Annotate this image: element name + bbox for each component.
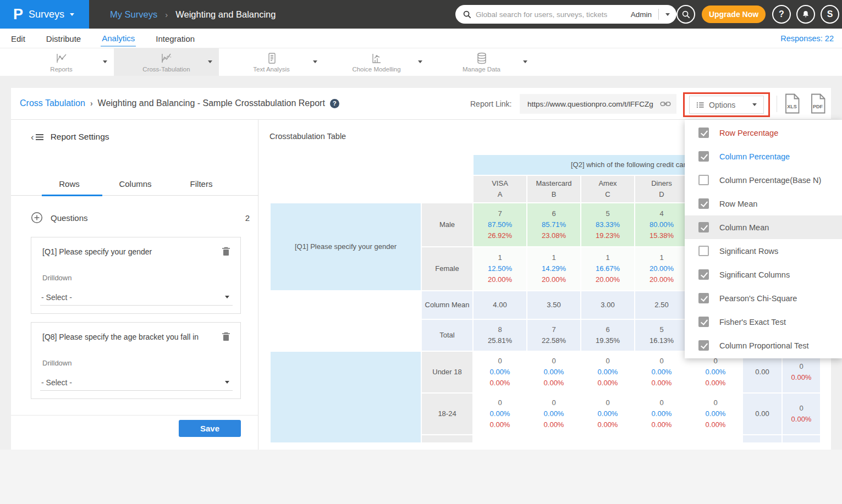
search-icon xyxy=(682,10,690,19)
chevron-down-icon xyxy=(225,296,229,298)
notifications-button[interactable] xyxy=(796,5,815,24)
option-column-percentage[interactable]: Column Percentage xyxy=(685,145,842,168)
checkbox-checked-icon[interactable] xyxy=(698,198,709,209)
checkbox-checked-icon[interactable] xyxy=(698,222,709,232)
user-avatar[interactable]: S xyxy=(821,5,839,24)
option-row-mean[interactable]: Row Mean xyxy=(685,192,842,215)
tab-rows[interactable]: Rows xyxy=(36,179,102,189)
report-url[interactable]: https://www.questionpro.com/t/lFFCZg xyxy=(527,100,656,108)
table-cell xyxy=(635,435,688,442)
question-cell: [Q1] Please specify your gender xyxy=(271,203,421,290)
export-xls-button[interactable]: XLS xyxy=(784,93,800,116)
active-tab-indicator xyxy=(42,195,102,196)
options-button-label: Options xyxy=(709,101,748,109)
option-pearson-s-chi-square[interactable]: Pearson's Chi-Square xyxy=(685,286,842,310)
cross-tabulation-link[interactable]: Cross Tabulation xyxy=(20,98,85,108)
help-button[interactable]: ? xyxy=(772,5,791,24)
option-column-percentage-base-n[interactable]: Column Percentage(Base N) xyxy=(685,168,842,192)
search-input[interactable] xyxy=(476,10,626,19)
option-fisher-s-exact-test[interactable]: Fisher's Exact Test xyxy=(685,310,842,334)
option-label: Column Percentage xyxy=(719,152,790,161)
tab-integration[interactable]: Integration xyxy=(155,30,196,46)
drilldown-select[interactable]: - Select - xyxy=(40,374,233,391)
option-significant-rows[interactable]: Significant Rows xyxy=(685,239,842,263)
option-label: Significant Columns xyxy=(719,270,790,279)
toolbar-item-reports[interactable]: Reports xyxy=(9,48,114,76)
row-label-18-24: 18-24 xyxy=(422,394,472,434)
chevron-down-icon[interactable] xyxy=(665,13,670,16)
table-cell xyxy=(527,435,580,442)
add-question-button[interactable] xyxy=(31,212,43,224)
toolbar-item-label: Reports xyxy=(50,66,72,73)
questions-count: 2 xyxy=(245,213,250,223)
product-switcher[interactable]: P Surveys xyxy=(0,0,89,29)
tab-columns[interactable]: Columns xyxy=(102,179,168,189)
select-value: - Select - xyxy=(41,293,72,302)
toolbar-item-manage-data[interactable]: Manage Data xyxy=(429,48,534,76)
option-column-proportional-test[interactable]: Column Proportional Test xyxy=(685,334,842,357)
toolbar-item-label: Cross-Tabulation xyxy=(142,66,190,73)
chevron-down-icon[interactable] xyxy=(208,60,212,63)
trash-icon[interactable] xyxy=(222,246,230,258)
row-label-column-mean: Column Mean xyxy=(422,291,472,319)
chevron-down-icon[interactable] xyxy=(103,60,107,63)
export-pdf-button[interactable]: PDF xyxy=(810,93,826,116)
checkbox-unchecked-icon[interactable] xyxy=(698,246,709,256)
option-row-percentage[interactable]: Row Percentage xyxy=(685,121,842,145)
list-options-icon xyxy=(696,101,705,109)
checkbox-checked-icon[interactable] xyxy=(698,128,709,138)
tab-analytics[interactable]: Analytics xyxy=(101,30,136,47)
options-button[interactable]: Options xyxy=(689,96,764,114)
checkbox-checked-icon[interactable] xyxy=(698,269,709,280)
report-link-field[interactable]: https://www.questionpro.com/t/lFFCZg xyxy=(520,94,676,114)
questions-label: Questions xyxy=(51,213,238,223)
data-cell: 00.00%0.00% xyxy=(527,394,580,434)
toolbar-item-label: Manage Data xyxy=(463,66,500,73)
tab-edit[interactable]: Edit xyxy=(10,30,26,46)
toolbar-item-choice-modelling[interactable]: Choice Modelling xyxy=(324,48,429,76)
chevron-down-icon[interactable] xyxy=(313,60,317,63)
search-scope-value: Admin xyxy=(631,10,652,19)
data-cell: 00.00%0.00% xyxy=(474,352,526,392)
checkbox-checked-icon[interactable] xyxy=(698,293,709,303)
checkbox-checked-icon[interactable] xyxy=(698,317,709,327)
table-cell xyxy=(474,435,526,442)
column-header-mastercard: MastercardB xyxy=(527,176,580,202)
option-significant-columns[interactable]: Significant Columns xyxy=(685,263,842,286)
chevron-down-icon[interactable] xyxy=(523,60,527,63)
save-button[interactable]: Save xyxy=(179,420,241,437)
checkbox-checked-icon[interactable] xyxy=(698,151,709,162)
total-cell: 619.35% xyxy=(581,320,634,351)
chevron-down-icon[interactable] xyxy=(418,60,422,63)
search-submit-button[interactable] xyxy=(676,5,695,24)
questionpro-logo: P xyxy=(13,6,23,23)
collapse-panel-icon[interactable]: ‹ xyxy=(31,132,44,142)
reports-chart-icon xyxy=(55,52,68,65)
divider xyxy=(11,415,258,416)
breadcrumb-my-surveys[interactable]: My Surveys xyxy=(110,9,157,20)
trash-icon[interactable] xyxy=(222,331,230,344)
data-cell: 00.00%0.00% xyxy=(689,394,742,434)
breadcrumb-separator: › xyxy=(90,99,93,108)
row-label-female: Female xyxy=(422,247,472,290)
toolbar-item-text-analysis[interactable]: Text Analysis xyxy=(219,48,324,76)
column-header-diners: DinersD xyxy=(635,176,688,202)
breadcrumb-current-survey: Weighting and Balancing xyxy=(175,9,276,20)
toolbar-item-cross-tabulation[interactable]: Cross-Tabulation xyxy=(114,48,219,76)
help-icon[interactable]: ? xyxy=(330,99,339,108)
tab-filters[interactable]: Filters xyxy=(168,179,234,189)
column-mean-cell: 3.50 xyxy=(527,291,580,319)
option-label: Pearson's Chi-Square xyxy=(719,294,797,303)
checkbox-unchecked-icon[interactable] xyxy=(698,175,709,185)
total-cell: 825.81% xyxy=(474,320,526,351)
upgrade-button[interactable]: Upgrade Now xyxy=(702,5,766,23)
data-cell: 00.00%0.00% xyxy=(635,352,688,392)
option-column-mean[interactable]: Column Mean xyxy=(685,215,842,239)
global-search[interactable]: Admin xyxy=(455,5,676,24)
drilldown-select[interactable]: - Select - xyxy=(40,289,233,306)
link-icon[interactable] xyxy=(660,100,671,108)
option-label: Significant Rows xyxy=(719,247,778,256)
tab-distribute[interactable]: Distribute xyxy=(45,30,82,46)
chevron-down-icon xyxy=(70,13,74,16)
checkbox-checked-icon[interactable] xyxy=(698,340,709,351)
